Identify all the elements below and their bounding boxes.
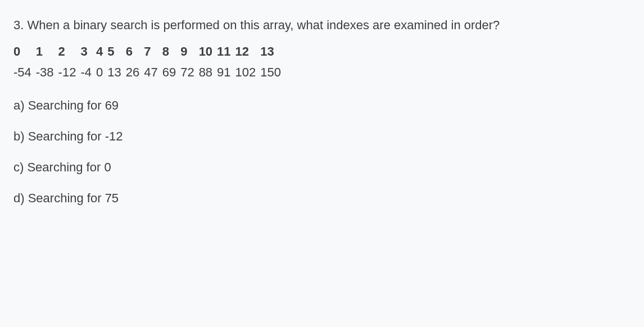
index-cell: 9 <box>180 41 198 62</box>
index-cell: 6 <box>126 41 144 62</box>
array-table: 0 1 2 3 4 5 6 7 8 9 10 11 12 13 -54 -38 … <box>13 41 285 83</box>
index-cell: 4 <box>96 41 107 62</box>
index-cell: 2 <box>58 41 81 62</box>
index-cell: 11 <box>217 41 235 62</box>
subquestion-c: c) Searching for 0 <box>13 158 631 176</box>
index-cell: 8 <box>162 41 180 62</box>
value-cell: 88 <box>199 62 217 83</box>
value-cell: 72 <box>180 62 198 83</box>
index-cell: 0 <box>13 41 36 62</box>
question-prompt: 3. When a binary search is performed on … <box>13 16 631 34</box>
index-cell: 3 <box>80 41 96 62</box>
index-cell: 5 <box>107 41 125 62</box>
subquestion-b: b) Searching for -12 <box>13 127 631 146</box>
value-cell: 26 <box>126 62 144 83</box>
index-row: 0 1 2 3 4 5 6 7 8 9 10 11 12 13 <box>13 41 285 62</box>
value-row: -54 -38 -12 -4 0 13 26 47 69 72 88 91 10… <box>13 62 285 83</box>
value-cell: -4 <box>80 62 96 83</box>
value-cell: 91 <box>217 62 235 83</box>
value-cell: 102 <box>235 62 261 83</box>
subquestion-d: d) Searching for 75 <box>13 189 631 207</box>
subquestion-a: a) Searching for 69 <box>13 96 631 115</box>
value-cell: 13 <box>107 62 125 83</box>
index-cell: 1 <box>36 41 58 62</box>
value-cell: 0 <box>96 62 107 83</box>
index-cell: 10 <box>199 41 217 62</box>
index-cell: 12 <box>235 41 261 62</box>
value-cell: -38 <box>36 62 58 83</box>
index-cell: 13 <box>260 41 285 62</box>
value-cell: 69 <box>162 62 180 83</box>
value-cell: -54 <box>13 62 36 83</box>
value-cell: 47 <box>144 62 162 83</box>
value-cell: 150 <box>260 62 285 83</box>
index-cell: 7 <box>144 41 162 62</box>
value-cell: -12 <box>58 62 81 83</box>
